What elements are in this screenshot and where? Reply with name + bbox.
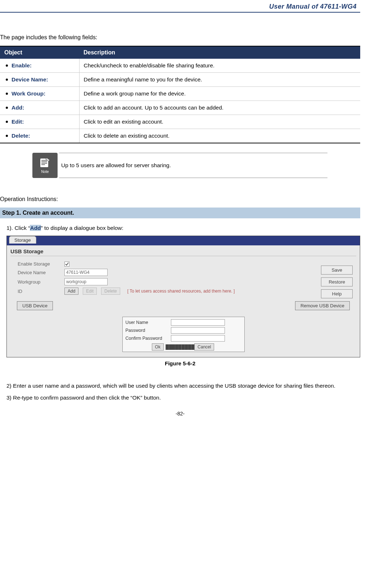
confirm-password-input[interactable]: [171, 335, 225, 342]
workgroup-input[interactable]: workgroup: [64, 278, 108, 285]
obj-desc: Click to add an account. Up to 5 account…: [79, 101, 360, 115]
bullet-icon: [6, 107, 8, 109]
obj-desc: Check/uncheck to enable/disable file sha…: [79, 59, 360, 73]
remove-usb-button[interactable]: Remove USB Device: [295, 301, 350, 310]
step-3-text: 3) Re-type to confirm password and then …: [6, 392, 360, 404]
step-1-line: 1). Click “Add” to display a dialogue bo…: [6, 225, 360, 231]
add-account-dialog: User Name Password Confirm Password Ok █…: [122, 317, 245, 352]
edit-button[interactable]: Edit: [83, 288, 97, 295]
obj-label: Enable:: [12, 62, 32, 68]
table-row: Device Name: Define a meaningful name to…: [0, 73, 360, 87]
obj-desc: Click to edit an existing account.: [79, 115, 360, 129]
table-row: Add: Click to add an account. Up to 5 ac…: [0, 101, 360, 115]
table-row: Enable: Check/uncheck to enable/disable …: [0, 59, 360, 73]
obj-desc: Define a work group name for the device.: [79, 87, 360, 101]
obj-desc: Click to delete an existing account.: [79, 129, 360, 143]
device-name-label: Device Name: [10, 270, 61, 275]
bullet-icon: [6, 64, 8, 67]
id-hint: [ To let users access shared resources, …: [127, 289, 235, 294]
panel-title: USB Storage: [10, 248, 356, 256]
manual-title: User Manual of 47611-WG4: [0, 3, 357, 10]
note-block: Note Up to 5 users are allowed for serve…: [32, 153, 327, 178]
intro-text: The page includes the following fields:: [0, 34, 360, 41]
add-button[interactable]: Add: [64, 288, 78, 295]
step1-prefix: 1). Click “: [6, 225, 30, 231]
th-description: Description: [79, 46, 360, 59]
step1-suffix: ” to display a dialogue box below:: [41, 225, 123, 231]
operation-heading: Operation Instructions:: [0, 196, 360, 202]
th-object: Object: [0, 46, 79, 59]
step-2-text: 2) Enter a user name and a password, whi…: [6, 380, 360, 392]
username-label: User Name: [126, 320, 169, 325]
add-highlight: Add: [30, 225, 41, 231]
figure-screenshot: Storage USB Storage Save Restore Help En…: [6, 236, 360, 357]
save-button[interactable]: Save: [321, 266, 353, 275]
note-text: Up to 5 users are allowed for server sha…: [61, 162, 171, 169]
ok-button[interactable]: Ok: [152, 343, 164, 351]
workgroup-label: Workgroup: [10, 279, 61, 285]
password-label: Password: [126, 328, 169, 333]
table-row: Edit: Click to edit an existing account.: [0, 115, 360, 129]
figure-caption: Figure 5-6-2: [0, 360, 360, 366]
id-label: ID: [10, 289, 61, 294]
cancel-button[interactable]: Cancel: [194, 343, 214, 351]
obj-label: Work Group:: [12, 90, 45, 97]
note-icon: Note: [32, 153, 58, 178]
step-title: Step 1. Create an account.: [0, 208, 360, 218]
password-input[interactable]: [171, 327, 225, 334]
fields-table: Object Description Enable: Check/uncheck…: [0, 46, 360, 143]
bullet-icon: [6, 121, 8, 123]
help-button[interactable]: Help: [321, 289, 353, 298]
enable-label: Enable Storage: [10, 261, 61, 267]
note-icon-label: Note: [41, 170, 49, 174]
device-name-input[interactable]: 47611-WG4: [64, 269, 108, 276]
bullet-icon: [6, 93, 8, 95]
obj-label: Add:: [12, 104, 24, 111]
table-row: Delete: Click to delete an existing acco…: [0, 129, 360, 143]
bullet-icon: [6, 79, 8, 81]
confirm-password-label: Confirm Password: [126, 336, 169, 341]
page-number: -82-: [0, 411, 360, 416]
bullet-icon: [6, 135, 8, 137]
obj-label: Delete:: [12, 133, 30, 139]
obj-desc: Define a meaningful name to you for the …: [79, 73, 360, 87]
obj-label: Edit:: [12, 119, 24, 125]
side-buttons: Save Restore Help: [321, 266, 353, 298]
enable-checkbox[interactable]: [64, 262, 69, 267]
page-header: User Manual of 47611-WG4: [0, 0, 360, 13]
table-row: Work Group: Define a work group name for…: [0, 87, 360, 101]
usb-device-button[interactable]: USB Device: [17, 301, 53, 310]
username-input[interactable]: [171, 319, 225, 326]
restore-button[interactable]: Restore: [321, 277, 353, 286]
delete-button[interactable]: Delete: [101, 288, 120, 295]
storage-tab[interactable]: Storage: [9, 236, 36, 244]
obj-label: Device Name:: [12, 76, 48, 83]
